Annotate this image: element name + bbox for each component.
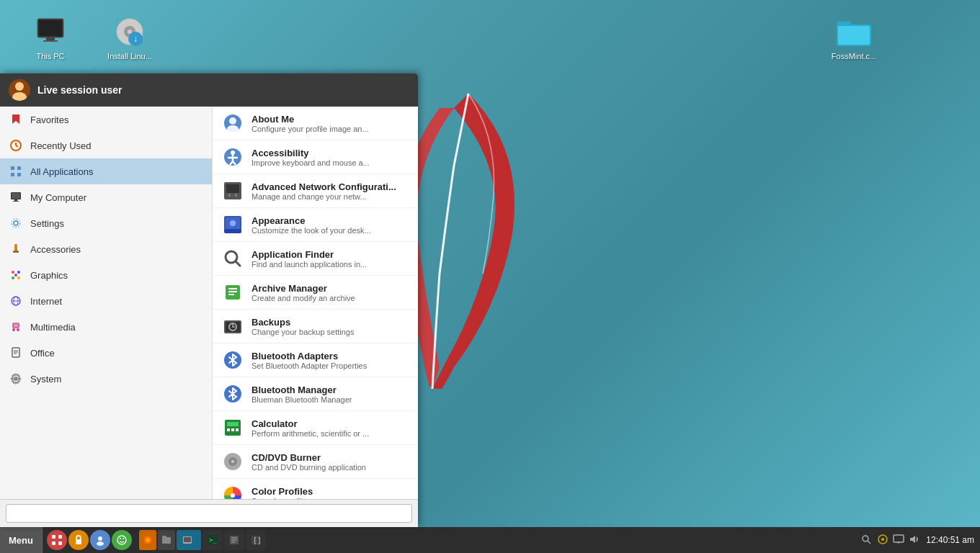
backups-text: Backups Change your backup settings (251, 317, 354, 336)
sidebar-item-multimedia[interactable]: Multimedia (0, 314, 212, 340)
launcher-1[interactable] (47, 530, 67, 550)
launcher-3[interactable] (90, 530, 110, 550)
accessibility-icon (221, 145, 244, 168)
backups-desc: Change your backup settings (251, 328, 354, 336)
bluetooth-manager-text: Bluetooth Manager Blueman Bluetooth Mana… (251, 385, 352, 404)
content-item-application-finder[interactable]: Application Finder Find and launch appli… (213, 242, 418, 276)
taskbar-search-icon[interactable] (861, 534, 871, 547)
application-finder-text: Application Finder Find and launch appli… (251, 249, 367, 269)
sidebar-favorites-label: Favorites (30, 114, 68, 125)
archive-manager-title: Archive Manager (251, 283, 355, 294)
extra-taskbar-btn-2[interactable]: [] (246, 530, 266, 550)
sidebar-item-settings[interactable]: Settings (0, 210, 212, 236)
monitor-icon (33, 14, 68, 49)
advanced-network-text: Advanced Network Configurati... Manage a… (251, 181, 396, 201)
svg-point-31 (12, 276, 14, 279)
desktop-icon-fossmint[interactable]: FossMint.c... (825, 14, 883, 61)
svg-rect-79 (236, 428, 239, 431)
accessibility-title: Accessibility (251, 148, 370, 158)
search-input[interactable] (6, 504, 412, 523)
svg-rect-76 (227, 422, 239, 426)
user-avatar (9, 79, 30, 101)
extra-taskbar-btn-1[interactable] (224, 530, 244, 550)
accessories-icon (9, 242, 23, 256)
sidebar-item-favorites[interactable]: Favorites (0, 107, 212, 132)
content-item-advanced-network[interactable]: Advanced Network Configurati... Manage a… (213, 174, 418, 208)
content-item-accessibility[interactable]: Accessibility Improve keyboard and mouse… (213, 140, 418, 174)
svg-rect-27 (14, 244, 17, 251)
svg-line-65 (236, 261, 240, 266)
taskbar: Menu (0, 527, 980, 553)
content-item-bluetooth-adapters[interactable]: Bluetooth Adapters Set Bluetooth Adapter… (213, 343, 418, 377)
svg-rect-11 (838, 26, 870, 45)
content-item-backups[interactable]: Backups Change your backup settings (213, 310, 418, 343)
network-tray-icon[interactable] (877, 534, 888, 547)
sidebar-item-office[interactable]: Office (0, 340, 212, 366)
launcher-4[interactable] (112, 530, 132, 550)
content-item-archive-manager[interactable]: Archive Manager Create and modify an arc… (213, 276, 418, 310)
svg-point-92 (117, 536, 126, 544)
desktop-icon-fossmint-label: FossMint.c... (832, 52, 876, 61)
svg-rect-23 (14, 199, 17, 201)
svg-point-32 (17, 276, 20, 279)
svg-text:>_: >_ (209, 536, 217, 544)
content-item-appearance[interactable]: Appearance Customize the look of your de… (213, 208, 418, 242)
appearance-title: Appearance (251, 215, 371, 226)
taskbar-clock: 12:40:51 am (926, 535, 974, 545)
bluetooth-manager-icon (221, 382, 244, 405)
svg-rect-24 (13, 201, 19, 202)
doc-icon (9, 346, 23, 360)
desktop-icon-this-pc[interactable]: This PC (22, 14, 79, 61)
sidebar-item-system[interactable]: System (0, 366, 212, 392)
content-item-calculator[interactable]: Calculator Perform arithmetic, scientifi… (213, 411, 418, 445)
svg-point-40 (12, 328, 15, 331)
screen-tray-icon[interactable] (893, 534, 904, 547)
terminal-taskbar-btn[interactable]: >_ (202, 530, 223, 550)
svg-point-51 (231, 150, 235, 155)
archive-manager-desc: Create and modify an archive (251, 294, 355, 302)
svg-point-25 (14, 221, 18, 225)
svg-rect-77 (227, 428, 230, 431)
svg-point-30 (17, 271, 20, 274)
grid-icon (9, 164, 23, 179)
music-icon (9, 320, 23, 334)
menu-header-title: Live session user (37, 84, 122, 96)
svg-rect-113 (894, 535, 904, 542)
svg-point-46 (14, 377, 18, 381)
svg-point-96 (146, 538, 150, 542)
accessibility-desc: Improve keyboard and mouse a... (251, 158, 370, 167)
svg-point-84 (231, 493, 235, 498)
sidebar-item-recently-used[interactable]: Recently Used (0, 132, 212, 158)
content-item-bluetooth-manager[interactable]: Bluetooth Manager Blueman Bluetooth Mana… (213, 377, 418, 411)
svg-rect-58 (228, 194, 231, 197)
volume-tray-icon[interactable] (909, 534, 920, 547)
sidebar-item-my-computer[interactable]: My Computer (0, 184, 212, 210)
sidebar-item-internet[interactable]: Internet (0, 288, 212, 314)
content-item-cddvd-burner[interactable]: CD/DVD Burner CD and DVD burning applica… (213, 445, 418, 479)
start-menu: Live session user Favorites Recently Use… (0, 73, 418, 527)
desktop-icon-this-pc-label: This PC (36, 52, 64, 61)
sidebar-settings-label: Settings (30, 218, 64, 229)
svg-point-12 (15, 82, 24, 91)
content-item-about-me[interactable]: About Me Configure your profile image an… (213, 107, 418, 140)
files-taskbar-btn[interactable] (158, 530, 175, 550)
sidebar-office-label: Office (30, 348, 55, 359)
sidebar-item-all-applications[interactable]: All Applications (0, 158, 212, 184)
svg-point-33 (14, 274, 17, 276)
svg-rect-69 (228, 294, 234, 295)
sidebar-multimedia-label: Multimedia (30, 322, 76, 333)
bluetooth-adapters-text: Bluetooth Adapters Set Bluetooth Adapter… (251, 351, 367, 370)
desktop-icon-install-linux[interactable]: ↓ Install Linu... (101, 14, 159, 61)
sidebar-item-graphics[interactable]: Graphics (0, 262, 212, 288)
active-window-btn[interactable] (177, 530, 201, 550)
svg-point-94 (122, 538, 124, 539)
svg-point-90 (98, 536, 102, 541)
archive-manager-text: Archive Manager Create and modify an arc… (251, 283, 355, 302)
launcher-2[interactable] (68, 530, 89, 550)
svg-rect-98 (162, 536, 166, 538)
sidebar-item-accessories[interactable]: Accessories (0, 236, 212, 262)
menu-button[interactable]: Menu (0, 527, 43, 553)
globe-icon (9, 294, 23, 308)
firefox-taskbar-btn[interactable] (139, 530, 156, 550)
content-item-color-profiles[interactable]: Color Profiles Set color profiles (213, 479, 418, 499)
